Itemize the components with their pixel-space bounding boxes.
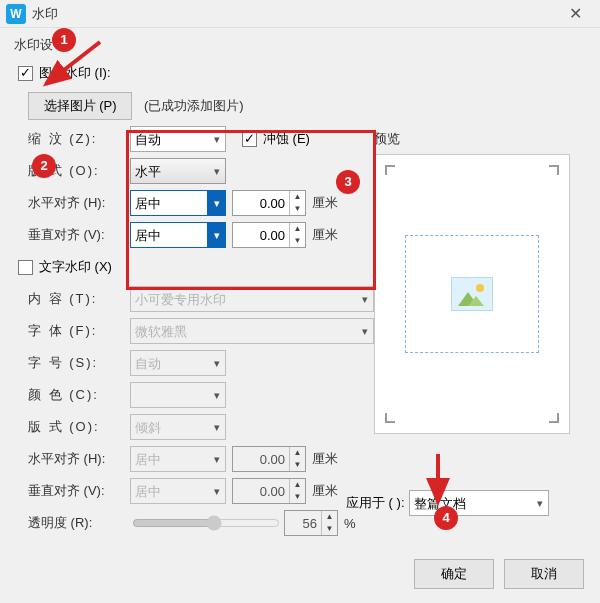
valign-label: 垂直对齐 (V):	[28, 226, 130, 244]
apply-label: 应用于 ( ):	[346, 494, 405, 512]
text-valign-unit: 厘米	[312, 482, 338, 500]
apply-combo[interactable]: 整篇文档	[409, 490, 549, 516]
halign-combo[interactable]: 居中	[130, 190, 226, 216]
halign-label: 水平对齐 (H):	[28, 194, 130, 212]
image-placeholder-icon	[451, 277, 493, 311]
valign-unit: 厘米	[312, 226, 338, 244]
opacity-label: 透明度 (R):	[28, 514, 130, 532]
zoom-combo[interactable]: 自动	[130, 126, 226, 152]
layout-label: 版 式 (O):	[28, 162, 130, 180]
select-image-button[interactable]: 选择图片 (P)	[28, 92, 132, 120]
select-image-hint: (已成功添加图片)	[144, 97, 244, 115]
chevron-down-icon[interactable]: ▼	[290, 203, 305, 215]
ok-button[interactable]: 确定	[414, 559, 494, 589]
image-watermark-label: 图片水印 (I):	[39, 64, 111, 82]
size-label: 字 号 (S):	[28, 354, 130, 372]
preview-pane	[374, 154, 570, 434]
cancel-button[interactable]: 取消	[504, 559, 584, 589]
valign-offset-spin[interactable]: ▲▼	[232, 222, 306, 248]
titlebar: W 水印 ✕	[0, 0, 600, 28]
chevron-up-icon[interactable]: ▲	[290, 223, 305, 235]
opacity-spin: ▲▼	[284, 510, 338, 536]
color-combo	[130, 382, 226, 408]
opacity-value	[285, 515, 321, 532]
text-halign-offset-value	[233, 451, 289, 468]
erode-checkbox[interactable]	[242, 132, 257, 147]
opacity-unit: %	[344, 516, 356, 531]
text-layout-combo: 倾斜	[130, 414, 226, 440]
close-button[interactable]: ✕	[563, 4, 588, 24]
content-label: 内 容 (T):	[28, 290, 130, 308]
text-halign-unit: 厘米	[312, 450, 338, 468]
text-layout-label: 版 式 (O):	[28, 418, 130, 436]
text-halign-offset-spin: ▲▼	[232, 446, 306, 472]
preview-label: 预览	[374, 130, 584, 148]
text-valign-offset-spin: ▲▼	[232, 478, 306, 504]
app-icon: W	[6, 4, 26, 24]
text-watermark-label: 文字水印 (X)	[39, 258, 112, 276]
valign-combo[interactable]: 居中	[130, 222, 226, 248]
zoom-label: 缩 汶 (Z):	[28, 130, 130, 148]
chevron-down-icon[interactable]: ▼	[290, 235, 305, 247]
color-label: 颜 色 (C):	[28, 386, 130, 404]
font-label: 字 体 (F):	[28, 322, 130, 340]
valign-offset-value[interactable]	[233, 227, 289, 244]
size-combo: 自动	[130, 350, 226, 376]
opacity-slider	[132, 515, 280, 531]
font-combo: 微软雅黑	[130, 318, 374, 344]
halign-offset-spin[interactable]: ▲▼	[232, 190, 306, 216]
text-halign-label: 水平对齐 (H):	[28, 450, 130, 468]
erode-label: 冲蚀 (E)	[263, 130, 310, 148]
chevron-up-icon[interactable]: ▲	[290, 191, 305, 203]
content-combo: 小可爱专用水印	[130, 286, 374, 312]
watermark-area	[405, 235, 539, 353]
text-valign-offset-value	[233, 483, 289, 500]
halign-unit: 厘米	[312, 194, 338, 212]
text-watermark-checkbox[interactable]	[18, 260, 33, 275]
halign-offset-value[interactable]	[233, 195, 289, 212]
layout-combo[interactable]: 水平	[130, 158, 226, 184]
image-watermark-checkbox[interactable]	[18, 66, 33, 81]
text-halign-combo: 居中	[130, 446, 226, 472]
window-title: 水印	[32, 5, 58, 23]
text-valign-combo: 居中	[130, 478, 226, 504]
section-heading: 水印设	[14, 36, 588, 54]
text-valign-label: 垂直对齐 (V):	[28, 482, 130, 500]
